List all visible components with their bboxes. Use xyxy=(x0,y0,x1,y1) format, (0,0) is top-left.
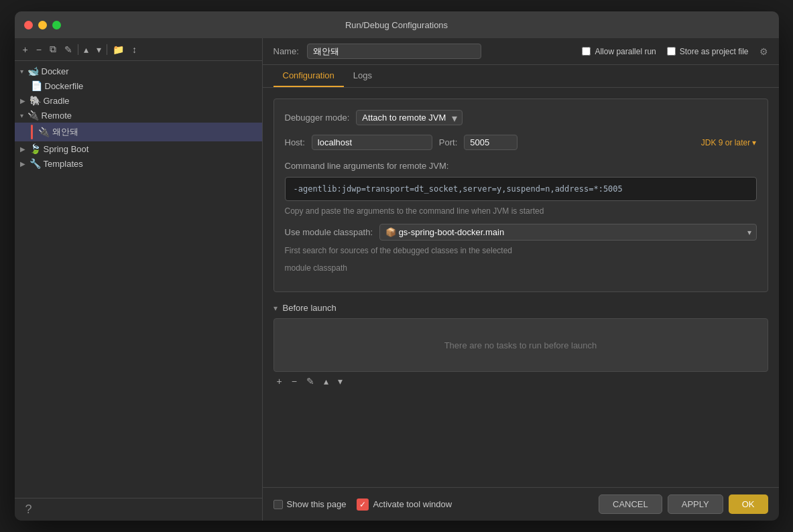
main-window: Run/Debug Configurations + − ⧉ ✎ ▴ ▾ 📁 ↕… xyxy=(15,11,779,521)
command-line-value: -agentlib:jdwp=transport=dt_socket,serve… xyxy=(294,184,623,194)
add-config-button[interactable]: + xyxy=(20,43,31,56)
store-project-checkbox[interactable]: Store as project file xyxy=(667,47,749,56)
command-line-label: Command line arguments for remote JVM: xyxy=(285,161,449,171)
module-hint1: First search for sources of the debugged… xyxy=(285,246,757,255)
sidebar-item-label: Dockerfile xyxy=(45,81,84,91)
launch-up-button[interactable]: ▴ xyxy=(320,375,332,388)
close-button[interactable] xyxy=(24,21,33,29)
chevron-right-icon: ▶ xyxy=(20,97,25,105)
header-bar: Name: Allow parallel run Store as projec… xyxy=(263,38,779,65)
command-box: -agentlib:jdwp=transport=dt_socket,serve… xyxy=(285,177,757,201)
ok-button[interactable]: OK xyxy=(729,494,768,514)
host-input[interactable] xyxy=(312,135,432,150)
show-page-checkbox[interactable]: Show this page xyxy=(273,499,347,509)
host-port-row: Host: Port: JDK 9 or later ▾ xyxy=(285,135,757,150)
before-launch-chevron: ▾ xyxy=(273,304,278,313)
main-content: + − ⧉ ✎ ▴ ▾ 📁 ↕ ▾ 🐋 Docker 📄 xyxy=(15,38,779,521)
header-options: Allow parallel run Store as project file… xyxy=(582,46,768,57)
command-line-label-row: Command line arguments for remote JVM: xyxy=(285,159,757,172)
launch-toolbar: + − ✎ ▴ ▾ xyxy=(273,372,768,391)
sidebar-item-label: Docker xyxy=(42,66,69,76)
move-up-button[interactable]: ▴ xyxy=(81,43,91,56)
sidebar-item-label: 왜안돼 xyxy=(52,126,78,138)
remove-config-button[interactable]: − xyxy=(34,43,44,56)
remote-config-icon: 🔌 xyxy=(38,127,50,137)
spring-boot-icon: 🍃 xyxy=(29,143,41,154)
copy-config-button[interactable]: ⧉ xyxy=(47,42,59,56)
port-label: Port: xyxy=(439,137,457,147)
store-project-input[interactable] xyxy=(667,47,676,56)
bottom-bar: Show this page ✓ Activate tool window CA… xyxy=(263,487,779,521)
move-down-button[interactable]: ▾ xyxy=(94,43,104,56)
launch-empty-area: There are no tasks to run before launch xyxy=(273,318,768,372)
help-icon[interactable]: ? xyxy=(20,500,38,519)
toolbar-divider2 xyxy=(107,44,107,55)
sort-button[interactable]: ↕ xyxy=(129,43,139,56)
bottom-checkboxes: Show this page ✓ Activate tool window xyxy=(273,498,589,511)
module-select[interactable]: 📦 gs-spring-boot-docker.main xyxy=(379,224,756,241)
activate-tool-label: Activate tool window xyxy=(373,499,452,509)
host-label: Host: xyxy=(285,137,305,147)
sidebar-tree: ▾ 🐋 Docker 📄 Dockerfile ▶ 🐘 Gradle ▾ xyxy=(15,61,262,498)
tab-logs-label: Logs xyxy=(353,70,372,80)
sidebar-item-gradle[interactable]: ▶ 🐘 Gradle xyxy=(15,93,262,108)
tabs: Configuration Logs xyxy=(263,65,779,88)
tab-configuration-label: Configuration xyxy=(283,70,334,80)
debugger-mode-row: Debugger mode: Attach to remote JVM List… xyxy=(285,110,757,125)
allow-parallel-checkbox[interactable]: Allow parallel run xyxy=(582,47,656,56)
sidebar-item-templates[interactable]: ▶ 🔧 Templates xyxy=(15,156,262,171)
launch-add-button[interactable]: + xyxy=(273,375,286,388)
sidebar-item-spring-boot[interactable]: ▶ 🍃 Spring Boot xyxy=(15,141,262,156)
gradle-icon: 🐘 xyxy=(29,95,41,106)
minimize-button[interactable] xyxy=(38,21,47,29)
action-buttons: CANCEL APPLY OK xyxy=(599,494,768,514)
sidebar-item-docker[interactable]: ▾ 🐋 Docker xyxy=(15,64,262,78)
port-input[interactable] xyxy=(464,135,517,150)
debugger-mode-select[interactable]: Attach to remote JVM Listen to remote JV… xyxy=(356,110,463,125)
launch-remove-button[interactable]: − xyxy=(288,375,300,388)
dockerfile-icon: 📄 xyxy=(31,80,42,91)
chevron-right-icon: ▶ xyxy=(20,160,25,168)
window-title: Run/Debug Configurations xyxy=(345,20,448,30)
chevron-right-icon: ▶ xyxy=(20,145,25,153)
allow-parallel-input[interactable] xyxy=(582,47,591,56)
docker-icon: 🐋 xyxy=(27,66,39,76)
gear-icon[interactable]: ⚙ xyxy=(759,46,768,57)
sidebar-item-label: Spring Boot xyxy=(44,144,89,154)
debugger-mode-select-wrapper: Attach to remote JVM Listen to remote JV… xyxy=(356,110,463,125)
config-panel: Debugger mode: Attach to remote JVM List… xyxy=(263,88,779,487)
traffic-lights xyxy=(24,21,61,29)
sidebar-item-waande[interactable]: 🔌 왜안돼 xyxy=(15,123,262,141)
sidebar-item-dockerfile[interactable]: 📄 Dockerfile xyxy=(15,78,262,93)
module-select-wrapper: 📦 gs-spring-boot-docker.main xyxy=(379,224,756,241)
edit-config-button[interactable]: ✎ xyxy=(62,43,75,56)
titlebar: Run/Debug Configurations xyxy=(15,11,779,38)
sidebar-item-label: Templates xyxy=(44,159,83,169)
show-page-checkbox-box[interactable] xyxy=(273,500,283,509)
module-classpath-row: Use module classpath: 📦 gs-spring-boot-d… xyxy=(285,224,757,241)
name-label: Name: xyxy=(273,46,299,56)
templates-icon: 🔧 xyxy=(29,158,41,169)
module-hint2: module classpath xyxy=(285,263,757,273)
name-input[interactable] xyxy=(307,44,481,59)
tab-configuration[interactable]: Configuration xyxy=(273,65,344,87)
apply-button[interactable]: APPLY xyxy=(668,494,723,514)
debugger-mode-label: Debugger mode: xyxy=(285,113,350,123)
toolbar-divider xyxy=(78,44,78,55)
sidebar-item-label: Gradle xyxy=(44,96,70,106)
command-hint: Copy and paste the arguments to the comm… xyxy=(285,206,757,216)
before-launch-title: Before launch xyxy=(283,303,337,313)
activate-tool-checkbox[interactable]: ✓ Activate tool window xyxy=(357,498,452,511)
active-indicator xyxy=(31,125,33,139)
maximize-button[interactable] xyxy=(52,21,61,29)
sidebar-item-remote[interactable]: ▾ 🔌 Remote xyxy=(15,108,262,123)
folder-button[interactable]: 📁 xyxy=(110,43,127,56)
jdk-link[interactable]: JDK 9 or later ▾ xyxy=(701,138,757,147)
activate-tool-checkbox-box[interactable]: ✓ xyxy=(357,498,369,511)
launch-down-button[interactable]: ▾ xyxy=(334,375,346,388)
launch-edit-button[interactable]: ✎ xyxy=(303,375,318,388)
tab-logs[interactable]: Logs xyxy=(344,65,381,87)
sidebar-item-label: Remote xyxy=(42,111,72,121)
cancel-button[interactable]: CANCEL xyxy=(599,494,662,514)
allow-parallel-label: Allow parallel run xyxy=(595,47,656,56)
